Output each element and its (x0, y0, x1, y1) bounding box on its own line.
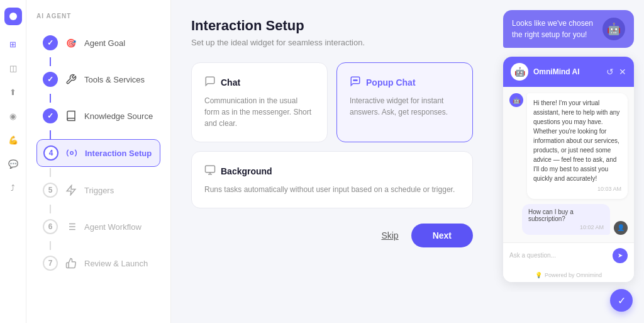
step-5-label: Triggers (84, 186, 114, 195)
option-popup-header: Popup Chat (350, 76, 460, 89)
action-row: Skip Next (191, 224, 473, 247)
bot-message-text: Hi there! I'm your virtual assistant, he… (533, 98, 621, 183)
chat-preview: 🤖 OmniMind AI ↺ ✕ 🤖 Hi there! I'm your v… (503, 57, 634, 282)
step-5-number: 5 (43, 183, 58, 198)
svg-point-11 (357, 80, 358, 81)
user-avatar-small: 👤 (614, 221, 628, 235)
connector-3 (50, 130, 51, 139)
step-agent-workflow[interactable]: 6 Agent Workflow (36, 213, 160, 240)
option-bg-header: Background (204, 164, 460, 178)
user-message-text: How can I buy a subscription? (528, 208, 604, 222)
step-triggers[interactable]: 5 Triggers (36, 177, 160, 203)
right-panel: Looks like we've chosen the right setup … (493, 0, 644, 292)
bot-bubble: Hi there! I'm your virtual assistant, he… (527, 93, 628, 199)
chat-header: 🤖 OmniMind AI ↺ ✕ (503, 57, 634, 87)
step-6-icon (64, 220, 78, 234)
arm-icon[interactable]: 💪 (3, 130, 23, 150)
page-title: Interaction Setup (191, 18, 473, 34)
user-message-time: 10:02 AM (528, 224, 604, 230)
speech-bubble: Looks like we've chosen the right setup … (503, 10, 634, 48)
connector-4 (50, 168, 51, 177)
option-popup-title: Popup Chat (366, 77, 416, 88)
step-1-number: ✓ (43, 35, 58, 50)
layers-icon[interactable]: ◫ (3, 58, 23, 78)
svg-point-1 (70, 152, 74, 155)
chat-bubble-icon[interactable]: 💬 (3, 154, 23, 174)
svg-point-9 (353, 80, 355, 81)
chat-header-actions: ↺ ✕ (606, 67, 626, 77)
step-7-label: Review & Launch (84, 259, 148, 268)
share-icon[interactable]: ⤴ (3, 178, 23, 198)
user-message: How can I buy a subscription? 10:02 AM 👤 (509, 204, 628, 235)
chat-option-icon (204, 76, 216, 89)
bot-avatar-bubble: 🤖 (602, 18, 625, 40)
option-chat-title: Chat (221, 77, 240, 88)
background-icon (204, 164, 216, 178)
step-review-launch[interactable]: 7 Review & Launch (36, 250, 160, 276)
option-bg-title: Background (221, 166, 272, 176)
step-4-icon (65, 146, 79, 160)
step-1-label: Agent Goal (84, 38, 125, 48)
options-grid: Chat Communication in the usual form as … (191, 62, 473, 142)
option-bg-desc: Runs tasks automatically without user in… (204, 184, 460, 195)
option-chat-header: Chat (204, 76, 314, 89)
connector-2 (50, 94, 51, 103)
step-6-label: Agent Workflow (84, 222, 142, 232)
power-icon: 💡 (535, 272, 542, 278)
fab-button[interactable]: ✓ (610, 289, 633, 312)
step-agent-goal[interactable]: ✓ 🎯 Agent Goal (36, 30, 160, 56)
svg-marker-2 (67, 186, 75, 195)
chat-send-button[interactable]: ➤ (613, 248, 628, 263)
page-subtitle: Set up the ideal widget for seamless int… (191, 38, 473, 47)
steps-sidebar: AI AGENT ✓ 🎯 Agent Goal ✓ Tools & Servic… (26, 0, 171, 323)
option-chat-desc: Communication in the usual form as in th… (204, 95, 314, 129)
step-1-icon: 🎯 (64, 36, 78, 50)
brain-icon[interactable]: ◉ (3, 106, 23, 126)
chat-input-area: Ask a question... ➤ (503, 242, 634, 268)
icon-sidebar: ⊞ ◫ ⬆ ◉ 💪 💬 ⤴ (0, 0, 26, 323)
main-content: Interaction Setup Set up the ideal widge… (171, 0, 493, 323)
powered-text: Powered by Omnimind (545, 272, 602, 278)
svg-rect-12 (206, 166, 215, 173)
step-7-number: 7 (43, 256, 58, 271)
option-background[interactable]: Background Runs tasks automatically with… (191, 151, 473, 208)
bot-message-time: 10:03 AM (533, 185, 621, 194)
connector-1 (50, 57, 51, 66)
step-5-icon (64, 183, 78, 197)
step-6-number: 6 (43, 219, 58, 234)
connector-6 (50, 241, 51, 250)
chat-input-placeholder[interactable]: Ask a question... (509, 252, 608, 259)
option-chat[interactable]: Chat Communication in the usual form as … (191, 62, 328, 142)
bot-message-avatar: 🤖 (509, 93, 523, 107)
step-knowledge-source[interactable]: ✓ Knowledge Source (36, 103, 160, 129)
close-icon[interactable]: ✕ (619, 67, 626, 77)
refresh-icon[interactable]: ↺ (606, 67, 614, 77)
chat-body: 🤖 Hi there! I'm your virtual assistant, … (503, 87, 634, 242)
option-popup-desc: Interactive widget for instant answers. … (350, 95, 460, 118)
user-bubble: How can I buy a subscription? 10:02 AM (522, 204, 610, 235)
step-tools-services[interactable]: ✓ Tools & Services (36, 66, 160, 93)
connector-5 (50, 205, 51, 213)
chat-powered: 💡 Powered by Omnimind (503, 268, 634, 282)
upload-icon[interactable]: ⬆ (3, 82, 23, 102)
step-interaction-setup[interactable]: 4 Interaction Setup (36, 139, 160, 167)
chat-header-title: OmniMind AI (533, 67, 601, 76)
svg-point-10 (355, 80, 356, 81)
step-3-number: ✓ (43, 108, 58, 123)
svg-point-0 (9, 13, 17, 20)
skip-button[interactable]: Skip (381, 230, 398, 241)
step-4-number: 4 (43, 145, 58, 161)
next-button[interactable]: Next (411, 224, 473, 247)
right-panel-wrapper: Looks like we've chosen the right setup … (493, 0, 644, 323)
popup-chat-icon (350, 76, 361, 89)
bubble-text: Looks like we've chosen the right setup … (512, 18, 597, 40)
step-3-icon (64, 109, 78, 123)
step-7-icon (64, 256, 78, 270)
grid-icon[interactable]: ⊞ (3, 34, 23, 54)
chat-header-avatar: 🤖 (511, 63, 528, 81)
step-2-number: ✓ (43, 72, 58, 87)
step-4-label: Interaction Setup (85, 149, 152, 158)
option-popup-chat[interactable]: Popup Chat Interactive widget for instan… (336, 62, 473, 142)
brand-label: AI AGENT (36, 13, 160, 20)
step-2-label: Tools & Services (84, 75, 145, 84)
